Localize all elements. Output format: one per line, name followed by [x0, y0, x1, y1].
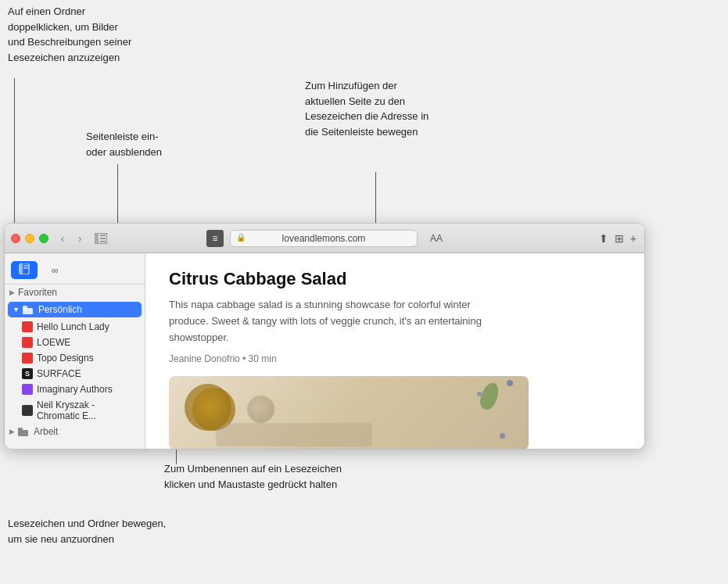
favicon-hello — [22, 321, 33, 332]
annotation-add-bookmark: Zum Hinzufügen deraktuellen Seite zu den… — [305, 78, 429, 139]
list-item[interactable]: Hello Lunch Lady — [5, 319, 145, 335]
sidebar-group-label-personlich: Persönlich — [38, 304, 82, 315]
chevron-favoriten: ▶ — [9, 288, 15, 296]
line-folder — [14, 78, 15, 227]
address-area: 🔒 loveandlemons.com AA — [206, 230, 443, 247]
minimize-button[interactable] — [25, 234, 34, 243]
sidebar-tabs: ∞ — [5, 258, 145, 285]
back-button[interactable]: ‹ — [55, 231, 70, 246]
bookmark-label: Topo Designs — [37, 353, 94, 364]
address-bar[interactable]: 🔒 loveandlemons.com — [230, 230, 418, 247]
line-addbar — [375, 172, 376, 225]
favicon-surface: S — [22, 368, 33, 379]
browser-content: ∞ ▶ Favoriten ▼ Persönlich Hello Lunch L… — [5, 253, 644, 449]
bookmarks-tab[interactable] — [11, 261, 38, 279]
favicon-imaginary — [22, 384, 33, 395]
reader-mode-icon[interactable] — [206, 230, 224, 247]
line-sidebar — [117, 164, 118, 225]
address-text: loveandlemons.com — [282, 233, 366, 244]
add-tab-icon[interactable]: ⊞ — [615, 232, 624, 245]
article-meta: Jeanine Donofrio • 30 min — [169, 353, 621, 364]
svg-rect-10 — [23, 306, 27, 310]
chevron-personlich: ▼ — [13, 306, 20, 313]
web-content-area: Citrus Cabbage Salad This napa cabbage s… — [145, 253, 644, 449]
bookmark-label: LOEWE — [37, 337, 70, 348]
new-tab-icon[interactable]: + — [630, 232, 637, 245]
sidebar-group-personlich[interactable]: ▼ Persönlich — [8, 302, 142, 317]
list-item[interactable]: Neil Kryszak - Chromatic E... — [5, 397, 145, 424]
favicon-topo — [22, 353, 33, 364]
article-image — [169, 376, 529, 449]
list-item[interactable]: Imaginary Authors — [5, 382, 145, 397]
chevron-arbeit: ▶ — [9, 428, 15, 435]
annotation-reorder: Lesezeichen und Ordner bewegen,um sie ne… — [8, 516, 166, 546]
annotation-rename-bookmark: Zum Umbenennen auf ein Lesezeichenklicke… — [164, 461, 342, 492]
bookmark-label: Hello Lunch Lady — [37, 321, 109, 332]
favicon-loewe — [22, 337, 33, 348]
annotation-sidebar-toggle: Seitenleiste ein-oder ausblenden — [86, 129, 162, 159]
nav-buttons: ‹ › — [55, 231, 88, 246]
svg-rect-6 — [20, 263, 23, 274]
lock-icon: 🔒 — [236, 233, 246, 242]
sidebar-toggle-button[interactable] — [92, 230, 109, 247]
svg-rect-1 — [95, 233, 99, 244]
favicon-neil — [22, 405, 33, 416]
bookmark-label: SURFACE — [37, 368, 81, 379]
list-item[interactable]: S SURFACE — [5, 366, 145, 382]
sidebar-group-label-arbeit: Arbeit — [34, 426, 58, 437]
aa-button[interactable]: AA — [430, 233, 443, 244]
close-button[interactable] — [11, 234, 20, 243]
bookmarks-sidebar: ∞ ▶ Favoriten ▼ Persönlich Hello Lunch L… — [5, 253, 145, 449]
traffic-lights — [11, 234, 48, 243]
share-icon[interactable]: ⬆ — [599, 232, 608, 245]
annotation-folder-doubleclick: Auf einen Ordnerdoppelklicken, um Bilder… — [8, 4, 131, 65]
list-item[interactable]: LOEWE — [5, 335, 145, 350]
svg-rect-12 — [18, 428, 23, 432]
fullscreen-button[interactable] — [39, 234, 48, 243]
sidebar-group-favoriten[interactable]: ▶ Favoriten — [5, 285, 145, 300]
toolbar-right: ⬆ ⊞ + — [599, 232, 637, 245]
title-bar: ‹ › 🔒 loveandlemons.com AA — [5, 224, 644, 253]
list-item[interactable]: Topo Designs — [5, 350, 145, 366]
sidebar-group-arbeit[interactable]: ▶ Arbeit — [5, 424, 145, 439]
bookmark-label: Imaginary Authors — [37, 384, 113, 395]
forward-button[interactable]: › — [72, 231, 88, 246]
reading-list-tab[interactable]: ∞ — [44, 263, 66, 278]
bookmark-label: Neil Kryszak - Chromatic E... — [37, 399, 140, 421]
sidebar-group-label-favoriten: Favoriten — [18, 287, 57, 298]
article-description: This napa cabbage salad is a stunning sh… — [169, 297, 497, 346]
article-title: Citrus Cabbage Salad — [169, 269, 621, 289]
browser-window: ‹ › 🔒 loveandlemons.com AA — [4, 223, 645, 450]
